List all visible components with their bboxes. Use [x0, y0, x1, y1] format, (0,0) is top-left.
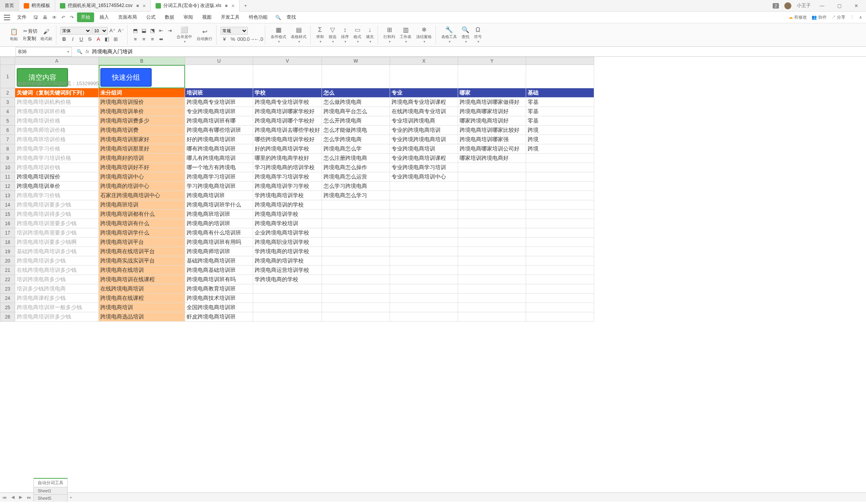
- cell-V22[interactable]: 学跨境电商的学校: [253, 275, 322, 284]
- cell-Z20[interactable]: [526, 256, 594, 266]
- cell-Z21[interactable]: [526, 266, 594, 275]
- cell-B22[interactable]: 跨境电商培训在线课程: [99, 275, 185, 284]
- cell-X13[interactable]: [390, 191, 458, 200]
- cell-A16[interactable]: 跨境电商培训需要多少钱: [15, 219, 99, 228]
- cell-B3[interactable]: 跨境电商培训报价: [99, 98, 185, 107]
- cell-W3[interactable]: 怎么做跨境电商: [322, 98, 390, 107]
- cell-B24[interactable]: 跨境电商在线课程: [99, 294, 185, 303]
- row-header-14[interactable]: 14: [0, 200, 15, 210]
- border-button[interactable]: ⊞: [112, 35, 119, 43]
- cell-X10[interactable]: 专业跨境电商学习培训: [390, 163, 458, 172]
- cell-V10[interactable]: 学习跨境电商的培训学校: [253, 163, 322, 172]
- cell-X17[interactable]: [390, 228, 458, 238]
- cell-U1[interactable]: [185, 65, 253, 88]
- close-icon[interactable]: ×: [231, 3, 234, 9]
- cell-X4[interactable]: 在线跨境电商专业培训: [390, 107, 458, 116]
- italic-button[interactable]: I: [69, 35, 77, 43]
- column-header-Y[interactable]: Y: [458, 57, 526, 65]
- cell-X20[interactable]: [390, 256, 458, 266]
- cell-V13[interactable]: 学跨境电商培训学校: [253, 191, 322, 200]
- cell-A6[interactable]: 跨境电商师培训价格: [15, 126, 99, 135]
- cell-Y9[interactable]: 哪家培训跨境电商好: [458, 154, 526, 163]
- cell-B12[interactable]: 跨境电商的培训中心: [99, 182, 185, 191]
- cell-Z7[interactable]: 跨境: [526, 135, 594, 144]
- row-header-25[interactable]: 25: [0, 303, 15, 312]
- row-header-17[interactable]: 17: [0, 228, 15, 238]
- cell-W4[interactable]: 跨境电商平台怎么: [322, 107, 390, 116]
- tab-home[interactable]: 首页: [0, 0, 19, 12]
- freeze-button[interactable]: ❄冻结窗格: [415, 25, 433, 44]
- cell-Y2-header[interactable]: 哪家: [458, 88, 526, 98]
- cell-Z18[interactable]: [526, 238, 594, 247]
- cell-A14[interactable]: 跨境电商培训要多少钱: [15, 200, 99, 210]
- cell-X25[interactable]: [390, 303, 458, 312]
- indent-right-button[interactable]: ⇥: [166, 27, 173, 35]
- cell-X19[interactable]: [390, 247, 458, 256]
- row-header-20[interactable]: 20: [0, 256, 15, 266]
- sheet-nav-prev[interactable]: ◀: [9, 495, 17, 500]
- format-button[interactable]: ▭格式: [352, 25, 363, 44]
- row-header-22[interactable]: 22: [0, 275, 15, 284]
- cell-X15[interactable]: [390, 210, 458, 219]
- worksheet-button[interactable]: ▥工作表: [398, 25, 413, 44]
- cell-Y10[interactable]: [458, 163, 526, 172]
- cell-W10[interactable]: 跨境电商怎么操作: [322, 163, 390, 172]
- cell-B7[interactable]: 跨境电商培训那家好: [99, 135, 185, 144]
- cell-A19[interactable]: 基础跨境电商培训多少钱: [15, 247, 99, 256]
- cell-V20[interactable]: 跨境电商的培训学校: [253, 256, 322, 266]
- cell-Y26[interactable]: [458, 312, 526, 322]
- cell-U9[interactable]: 哪儿有跨境电商培训: [185, 154, 253, 163]
- cell-A8[interactable]: 跨境电商学习价格: [15, 144, 99, 154]
- cell-X3[interactable]: 跨境电商专业培训课程: [390, 98, 458, 107]
- cell-Y3[interactable]: 跨境电商培训哪家做得好: [458, 98, 526, 107]
- cell-V2-header[interactable]: 学校: [253, 88, 322, 98]
- menu-data[interactable]: 数据: [161, 12, 178, 22]
- increase-decimal-button[interactable]: .0→: [246, 35, 254, 43]
- column-header-B[interactable]: B: [99, 57, 185, 65]
- new-tab-button[interactable]: +: [240, 3, 251, 9]
- cell-V24[interactable]: [253, 294, 322, 303]
- column-header-A[interactable]: A: [15, 57, 99, 65]
- cell-B4[interactable]: 跨境电商培训单价: [99, 107, 185, 116]
- cell-V1[interactable]: [253, 65, 322, 88]
- cell-Z10[interactable]: [526, 163, 594, 172]
- cell-Y23[interactable]: [458, 284, 526, 294]
- cell-V12[interactable]: 跨境电商培训学习学校: [253, 182, 322, 191]
- row-header-23[interactable]: 23: [0, 284, 15, 294]
- cell-B6[interactable]: 跨境电商培训费: [99, 126, 185, 135]
- cell-V6[interactable]: 跨境电商培训去哪些学校好: [253, 126, 322, 135]
- cell-A5[interactable]: 跨境电商培训价格: [15, 116, 99, 126]
- cell-U14[interactable]: 跨境电商培训班学什么: [185, 200, 253, 210]
- cell-U21[interactable]: 跨境电商基础培训班: [185, 266, 253, 275]
- number-format-select[interactable]: 常规: [220, 27, 248, 35]
- cell-A25[interactable]: 跨境电商培训班一般多少钱: [15, 303, 99, 312]
- cell-V17[interactable]: 企业跨境电商培训学校: [253, 228, 322, 238]
- row-header-5[interactable]: 5: [0, 116, 15, 126]
- cell-B26[interactable]: 跨境电商选品培训: [99, 312, 185, 322]
- tab-templates[interactable]: 稻壳模板: [19, 0, 55, 12]
- align-right-button[interactable]: ≡: [149, 35, 156, 43]
- sheet-nav-next[interactable]: ▶: [17, 495, 24, 500]
- cell-B20[interactable]: 跨境电商实战实训平台: [99, 256, 185, 266]
- cell-A7[interactable]: 跨境电商班培训价格: [15, 135, 99, 144]
- avatar-icon[interactable]: [784, 2, 791, 9]
- cell-A10[interactable]: 跨境电商培训价钱: [15, 163, 99, 172]
- filter-button[interactable]: ▽筛选: [327, 25, 338, 44]
- cell-W21[interactable]: [322, 266, 390, 275]
- table-tools-button[interactable]: 🔧表格工具: [440, 25, 458, 44]
- row-header-16[interactable]: 16: [0, 219, 15, 228]
- cell-X9[interactable]: 专业跨境电商培训课程: [390, 154, 458, 163]
- cell-Z19[interactable]: [526, 247, 594, 256]
- fx-button[interactable]: fx: [86, 49, 89, 54]
- cell-A1[interactable]: 清空内容 如有好的建议可加Q交流：1532999520，注明添加原因: [15, 65, 99, 88]
- cell-U4[interactable]: 专业跨境电商培训班: [185, 107, 253, 116]
- cell-V3[interactable]: 跨境电商专业培训学校: [253, 98, 322, 107]
- cell-Z8[interactable]: 跨境: [526, 144, 594, 154]
- cell-U23[interactable]: 跨境电商教育培训班: [185, 284, 253, 294]
- cell-A18[interactable]: 跨境电商培训要多少钱啊: [15, 238, 99, 247]
- row-header-1[interactable]: 1: [0, 65, 15, 88]
- cell-W5[interactable]: 怎么开跨境电商: [322, 116, 390, 126]
- cell-Z13[interactable]: [526, 191, 594, 200]
- zoom-icon[interactable]: 🔍: [77, 49, 82, 54]
- cell-V5[interactable]: 跨境电商培训哪个学校好: [253, 116, 322, 126]
